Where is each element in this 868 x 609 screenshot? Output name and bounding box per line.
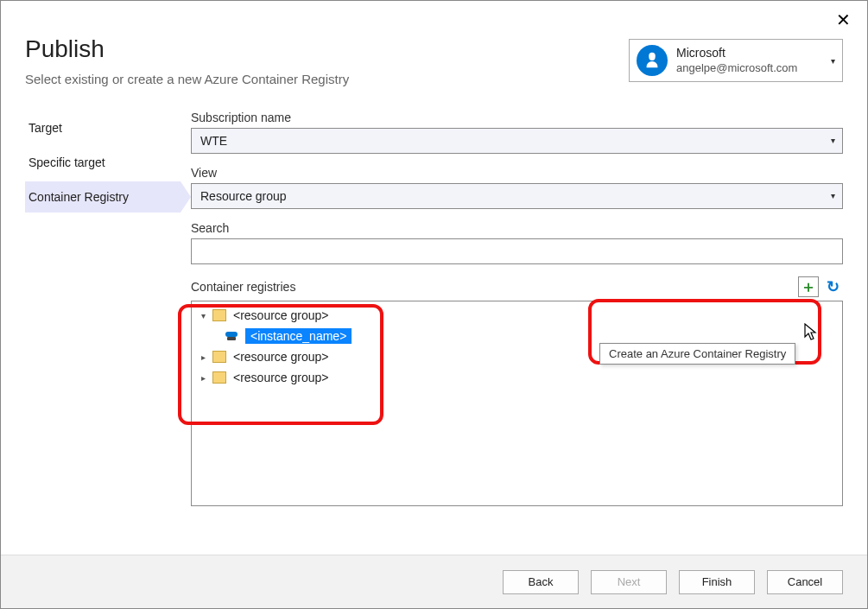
svg-rect-0 xyxy=(649,54,655,59)
account-selector[interactable]: Microsoft angelpe@microsoft.com ▾ xyxy=(629,39,843,82)
container-registry-icon xyxy=(225,329,238,343)
registries-tree[interactable]: ▾ <resource group> <instance_name> ▸ <re… xyxy=(191,301,843,506)
nav-item-target[interactable]: Target xyxy=(25,112,181,143)
tree-node-resource-group[interactable]: ▾ <resource group> xyxy=(197,305,837,326)
view-value: Resource group xyxy=(200,189,287,203)
nav-label: Specific target xyxy=(29,155,105,169)
refresh-button[interactable]: ↻ xyxy=(822,276,843,297)
view-label: View xyxy=(191,166,843,180)
tree-label: <resource group> xyxy=(233,371,329,384)
main-panel: Subscription name WTE ▾ View Resource gr… xyxy=(181,111,843,534)
subscription-label: Subscription name xyxy=(191,111,843,124)
search-input[interactable] xyxy=(191,238,843,264)
back-button[interactable]: Back xyxy=(503,570,579,594)
next-button[interactable]: Next xyxy=(591,570,667,594)
tree-toggle-expanded-icon[interactable]: ▾ xyxy=(197,311,209,320)
folder-icon xyxy=(212,351,226,363)
publish-dialog: ✕ Microsoft angelpe@microsoft.com ▾ Publ… xyxy=(0,0,868,609)
create-registry-tooltip: Create an Azure Container Registry xyxy=(599,343,795,365)
tree-node-resource-group[interactable]: ▸ <resource group> xyxy=(197,367,837,388)
nav-item-specific-target[interactable]: Specific target xyxy=(25,147,181,178)
search-label: Search xyxy=(191,221,843,235)
account-email: angelpe@microsoft.com xyxy=(676,61,826,75)
nav-label: Target xyxy=(29,121,62,135)
subscription-select[interactable]: WTE ▾ xyxy=(191,128,843,154)
plus-icon: ＋ xyxy=(801,279,816,295)
tree-label: <resource group> xyxy=(233,308,329,322)
chevron-down-icon: ▾ xyxy=(831,136,835,145)
dialog-footer: Back Next Finish Cancel xyxy=(1,555,867,608)
folder-icon xyxy=(212,309,226,321)
wizard-nav: Target Specific target Container Registr… xyxy=(25,111,181,534)
tree-label: <instance_name> xyxy=(245,328,352,344)
chevron-down-icon: ▾ xyxy=(831,56,835,66)
account-text: Microsoft angelpe@microsoft.com xyxy=(676,46,826,75)
close-icon[interactable]: ✕ xyxy=(833,10,853,30)
cancel-button[interactable]: Cancel xyxy=(767,570,843,594)
registries-label: Container registries xyxy=(191,280,295,294)
finish-button[interactable]: Finish xyxy=(679,570,755,594)
create-registry-button[interactable]: ＋ xyxy=(798,276,819,297)
subscription-value: WTE xyxy=(200,134,227,148)
view-select[interactable]: Resource group ▾ xyxy=(191,183,843,209)
refresh-icon: ↻ xyxy=(827,277,839,296)
tree-toggle-collapsed-icon[interactable]: ▸ xyxy=(197,373,209,383)
account-name: Microsoft xyxy=(676,46,826,61)
tree-toggle-collapsed-icon[interactable]: ▸ xyxy=(197,352,209,362)
folder-icon xyxy=(212,371,226,384)
nav-item-container-registry[interactable]: Container Registry xyxy=(25,181,181,213)
svg-rect-1 xyxy=(227,337,236,340)
account-avatar-icon xyxy=(637,45,668,76)
tree-label: <resource group> xyxy=(233,350,329,364)
chevron-down-icon: ▾ xyxy=(831,191,835,200)
nav-label: Container Registry xyxy=(29,190,129,204)
